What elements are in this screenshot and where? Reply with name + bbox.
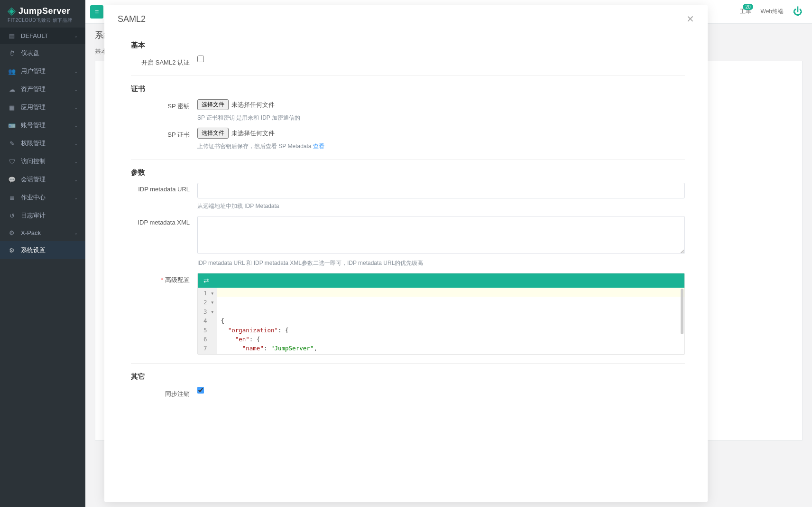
checkbox-sync-logout[interactable] [197,387,204,394]
section-cert-title: 证书 [131,84,685,94]
row-sync-logout: 同步注销 [131,387,685,398]
separator [131,159,685,160]
editor-toolbar: ⇄ [198,273,684,288]
label-advanced: 高级配置 [131,273,197,284]
separator [131,363,685,364]
row-idp-xml: IDP metadata XML IDP metadata URL 和 IDP … [131,216,685,267]
section-other-title: 其它 [131,372,685,381]
format-icon[interactable]: ⇄ [203,277,209,284]
label-idp-url: IDP metadata URL [131,183,197,193]
editor-code[interactable]: { "organization": { "en": { "name": "Jum… [217,288,684,354]
input-idp-url[interactable] [197,183,685,198]
modal-header: SAML2 ✕ [104,5,708,29]
file-button-sp-cert[interactable]: 选择文件 [197,128,229,139]
label-enable-saml2: 开启 SAML2 认证 [131,56,197,67]
row-enable-saml2: 开启 SAML2 认证 [131,56,685,67]
help-sp-key: SP 证书和密钥 是用来和 IDP 加密通信的 [197,114,685,122]
modal-title: SAML2 [118,14,686,24]
label-idp-xml: IDP metadata XML [131,216,197,226]
row-idp-url: IDP metadata URL 从远端地址中加载 IDP Metadata [131,183,685,210]
label-sp-key: SP 密钥 [131,99,197,111]
section-basic-title: 基本 [131,41,685,50]
textarea-idp-xml[interactable] [197,216,685,254]
file-status-sp-cert: 未选择任何文件 [231,129,275,138]
separator [131,75,685,76]
file-button-sp-key[interactable]: 选择文件 [197,99,229,110]
label-sp-cert: SP 证书 [131,128,197,139]
editor-gutter: 1 ▾2 ▾3 ▾4 5 6 7 8 9 [198,288,217,354]
link-view-metadata[interactable]: 查看 [313,143,324,150]
checkbox-enable-saml2[interactable] [197,56,204,62]
section-params-title: 参数 [131,168,685,177]
help-idp-xml: IDP metadata URL 和 IDP metadata XML参数二选一… [197,259,685,267]
saml2-modal: SAML2 ✕ 基本 开启 SAML2 认证 证书 SP 密钥 选择文件 未选择… [104,5,708,502]
editor-scrollbar[interactable] [681,289,683,334]
editor-active-line [217,288,684,297]
modal-close-button[interactable]: ✕ [686,13,694,25]
help-idp-url: 从远端地址中加载 IDP Metadata [197,202,685,210]
row-advanced: 高级配置 ⇄ 1 ▾2 ▾3 ▾4 5 6 7 8 9 { "organizat… [131,273,685,355]
help-sp-cert: 上传证书密钥后保存，然后查看 SP Metadata 查看 [197,142,685,150]
row-sp-cert: SP 证书 选择文件 未选择任何文件 上传证书密钥后保存，然后查看 SP Met… [131,128,685,150]
json-editor[interactable]: ⇄ 1 ▾2 ▾3 ▾4 5 6 7 8 9 { "organization":… [197,273,685,355]
file-status-sp-key: 未选择任何文件 [231,101,275,109]
modal-body: 基本 开启 SAML2 认证 证书 SP 密钥 选择文件 未选择任何文件 SP … [104,29,708,502]
label-sync-logout: 同步注销 [131,387,197,398]
row-sp-key: SP 密钥 选择文件 未选择任何文件 SP 证书和密钥 是用来和 IDP 加密通… [131,99,685,122]
close-icon: ✕ [686,14,694,24]
editor-body[interactable]: 1 ▾2 ▾3 ▾4 5 6 7 8 9 { "organization": {… [198,288,684,354]
